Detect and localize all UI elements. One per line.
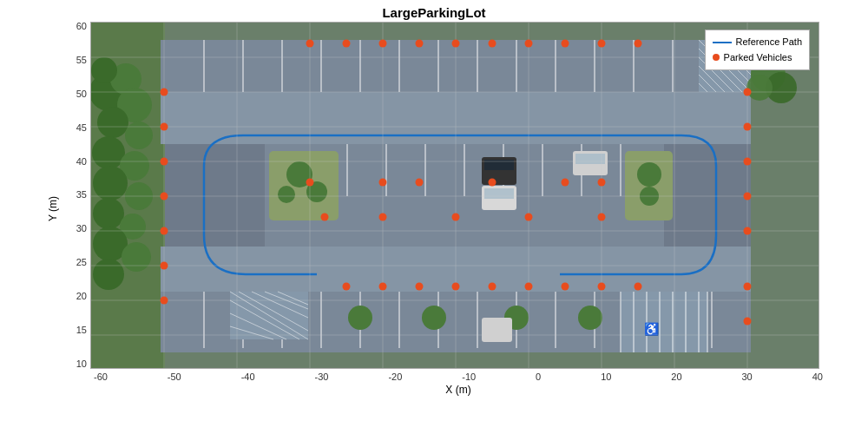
x-tick: -40 [241,372,255,382]
parked-vehicle-dot [379,283,387,291]
parked-vehicle-dot [161,297,168,305]
y-tick: 50 [76,89,87,99]
parked-vehicle-dot [343,40,351,48]
parked-vehicle-dot [598,40,606,48]
x-tick: 30 [742,372,753,382]
svg-rect-109 [482,318,512,342]
parked-vehicle-dot [416,179,424,187]
chart-area: Y (m) 6055504540353025201510 [45,22,823,396]
parking-lot-svg: ♿ [91,23,819,369]
x-tick: 10 [601,372,611,382]
parked-vehicle-dot [379,40,387,48]
parked-vehicle-dot [161,193,168,201]
svg-point-88 [97,107,128,138]
y-tick: 30 [76,224,87,233]
legend-reference-label: Reference Path [736,35,802,50]
svg-rect-104 [575,154,605,164]
chart-container: LargeParkingLot Y (m) 605550454035302520… [0,0,868,434]
svg-point-97 [122,242,151,272]
parked-vehicle-dot [635,283,642,291]
x-tick: -50 [168,372,181,382]
x-tick: -10 [462,372,476,382]
parked-vehicle-dot [562,283,569,291]
x-tick: -30 [315,372,329,382]
parked-vehicle-dot [161,89,168,96]
x-tick: 40 [812,372,823,382]
parked-vehicle-dot [562,40,569,48]
parked-vehicle-dot [416,283,424,291]
parked-vehicle-dot [744,89,752,96]
x-tick: 20 [671,372,681,382]
parked-vehicle-dot [744,158,752,166]
y-tick: 60 [76,22,87,31]
svg-point-100 [422,306,446,330]
x-tick: -60 [94,372,108,382]
x-ticks: -60-50-40-30-20-10010203040 [94,369,823,382]
parked-vehicle-dot [343,283,351,291]
parked-vehicle-dot [744,283,752,291]
legend-line-icon [713,42,732,43]
parked-vehicle-dot [598,283,606,291]
parked-vehicle-dot [744,193,752,201]
parked-vehicle-dot [525,40,533,48]
parked-vehicle-dot [379,214,387,221]
parked-vehicle-dot [320,214,328,221]
parked-vehicle-dot [525,283,533,291]
parked-vehicle-dot [306,40,314,48]
parked-vehicle-dot [598,214,606,221]
legend-reference-path: Reference Path [713,35,802,50]
legend-dot-icon [713,54,720,61]
y-tick: 15 [76,326,87,335]
y-tick: 45 [76,123,87,133]
parked-vehicle-dot [525,214,533,221]
svg-point-83 [746,75,773,101]
parked-vehicle-dot [161,227,168,235]
parked-vehicle-dot [379,179,387,187]
legend-box: Reference Path Parked Vehicles [705,30,810,70]
chart-title: LargeParkingLot [382,5,485,20]
plot-canvas: ♿ [90,22,819,369]
svg-point-86 [91,57,117,83]
y-axis-label: Y (m) [45,22,61,396]
svg-point-102 [578,306,602,330]
parked-vehicle-dot [161,123,168,131]
parked-vehicle-dot [744,318,752,326]
parked-vehicle-dot [489,40,496,48]
svg-point-25 [637,162,661,187]
y-ticks: 6055504540353025201510 [61,22,90,369]
y-tick: 20 [76,292,87,301]
svg-point-99 [348,306,372,330]
y-tick: 10 [76,359,87,369]
x-tick: -20 [388,372,402,382]
legend-parked-label: Parked Vehicles [724,50,792,66]
parked-vehicle-dot [452,40,460,48]
parked-vehicle-dot [489,179,496,187]
parked-vehicle-dot [598,179,606,187]
svg-text:♿: ♿ [644,322,660,337]
parked-vehicle-dot [452,283,460,291]
svg-point-94 [93,198,124,229]
svg-point-98 [93,259,124,290]
y-tick: 40 [76,157,87,167]
y-tick: 25 [76,258,87,267]
parked-vehicle-dot [416,40,424,48]
svg-point-23 [278,186,295,203]
x-tick: 0 [536,372,541,382]
svg-point-92 [93,166,128,201]
parked-vehicle-dot [744,123,752,131]
parked-vehicle-dot [562,179,569,187]
parked-vehicle-dot [489,283,496,291]
y-tick: 55 [76,56,87,65]
x-axis-label: X (m) [94,384,823,396]
parked-vehicle-dot [452,214,460,221]
y-tick: 35 [76,190,87,200]
svg-rect-108 [484,188,514,199]
plot-with-axes: 6055504540353025201510 [61,22,823,396]
plot-row: 6055504540353025201510 [61,22,823,369]
parked-vehicle-dot [635,40,642,48]
parked-vehicle-dot [306,179,314,187]
parked-vehicle-dot [161,158,168,166]
svg-point-89 [125,122,153,149]
legend-parked-vehicles: Parked Vehicles [713,50,802,66]
parked-vehicle-dot [161,262,168,270]
